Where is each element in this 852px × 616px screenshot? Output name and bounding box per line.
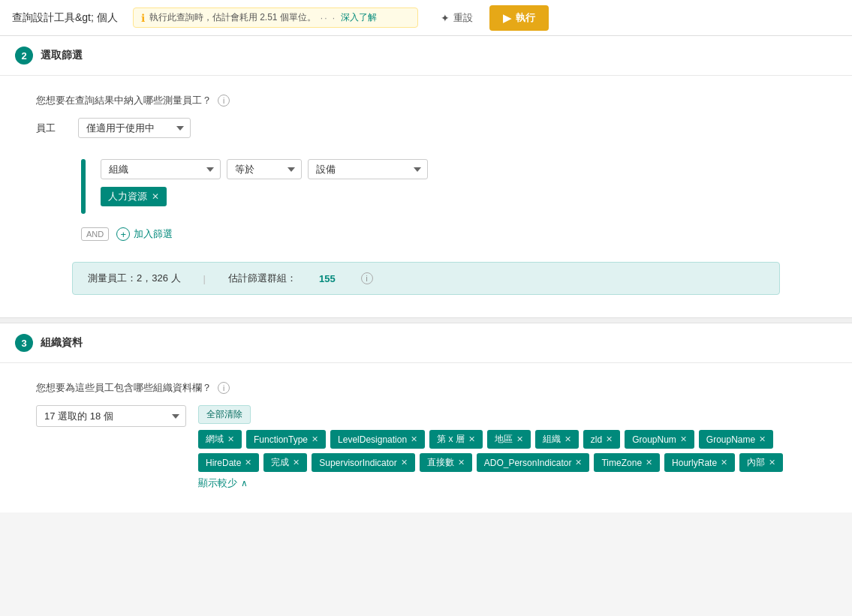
add-filter-button[interactable]: + 加入篩選 (116, 227, 173, 241)
and-add-row: AND + 加入篩選 (36, 227, 816, 241)
reset-icon: ✦ (441, 12, 450, 24)
tag-close-icon[interactable]: ✕ (680, 434, 687, 444)
tag-item: LevelDesignation✕ (330, 430, 425, 449)
section2-question-text: 您想要在查詢結果中納入哪些測量員工？ (36, 94, 212, 107)
notice-text: 執行此查詢時，估計會耗用 2.51 個單位。 (149, 11, 316, 24)
section2-header: 2 選取篩選 (0, 36, 852, 76)
tag-close-icon[interactable]: ✕ (564, 434, 571, 444)
employee-select[interactable]: 僅適用于使用中 全部員工 非使用中 (78, 118, 191, 138)
and-badge: AND (81, 227, 109, 241)
filter-field-select[interactable]: 組織 部門 職位 地區 (101, 159, 221, 179)
section2-title: 選取篩選 (41, 49, 83, 62)
add-filter-label: 加入篩選 (134, 227, 173, 241)
tags-panel: 全部清除 網域✕FunctionType✕LevelDesignation✕第 … (198, 405, 816, 490)
header-title: 查詢設計工具&gt; 個人 (12, 11, 118, 25)
tag-close-icon[interactable]: ✕ (458, 458, 465, 467)
tag-item: 直接數✕ (420, 453, 472, 472)
tag-item: 組織✕ (535, 430, 579, 449)
tag-close-icon[interactable]: ✕ (227, 434, 234, 444)
tag-item: FunctionType✕ (246, 430, 326, 449)
play-icon: ▶ (503, 12, 511, 24)
filter-value-select[interactable]: 設備 人力資源 財務 工程 (308, 159, 428, 179)
section2-number: 2 (15, 47, 33, 65)
measured-text: 測量員工：2，326 人 (88, 272, 181, 285)
tag-item: TimeZone✕ (594, 453, 660, 472)
estimated-label: 估計篩選群組： (228, 272, 297, 285)
employee-label: 員工 (36, 122, 66, 135)
filter-op-select[interactable]: 等於 不等於 包含 (227, 159, 302, 179)
section3-body: 您想要為這些員工包含哪些組織資料欄？ i 17 選取的 18 個 全部清除 網域… (0, 363, 852, 512)
tag-close-icon[interactable]: ✕ (468, 434, 475, 444)
section3-number: 3 (15, 334, 33, 352)
notice-info-icon: ℹ (141, 12, 145, 24)
org-row: 17 選取的 18 個 全部清除 網域✕FunctionType✕LevelDe… (36, 405, 816, 490)
tag-close-icon[interactable]: ✕ (759, 434, 766, 444)
tag-item: SupervisorIndicator✕ (312, 453, 414, 472)
tag-close-icon[interactable]: ✕ (646, 458, 652, 467)
filter-tag-row: 人力資源 ✕ (101, 187, 816, 206)
plus-circle-icon: + (116, 227, 130, 241)
show-less-label: 顯示較少 (198, 476, 237, 490)
section2-info-icon[interactable]: i (218, 95, 230, 107)
section2-body: 您想要在查詢結果中納入哪些測量員工？ i 員工 僅適用于使用中 全部員工 非使用… (0, 76, 852, 317)
employee-row: 員工 僅適用于使用中 全部員工 非使用中 (36, 118, 816, 138)
tag-close-icon[interactable]: ✕ (401, 458, 408, 467)
reset-button[interactable]: ✦ 重設 (433, 7, 480, 29)
reset-label: 重設 (453, 11, 473, 25)
tag-item: ADO_PersonIndicator✕ (477, 453, 590, 472)
summary-bar: 測量員工：2，326 人 | 估計篩選群組： 155 i (72, 262, 780, 295)
clear-all-wrap: 全部清除 (198, 405, 816, 430)
show-less-row[interactable]: 顯示較少 ∧ (198, 476, 816, 490)
chevron-up-icon: ∧ (241, 478, 248, 488)
tags-row-1: 網域✕FunctionType✕LevelDesignation✕第 x 層✕地… (198, 430, 816, 472)
tag-item: HourlyRate✕ (664, 453, 735, 472)
section2-question: 您想要在查詢結果中納入哪些測量員工？ i (36, 94, 816, 107)
notice-dots: ·· · (321, 13, 336, 23)
tag-item: 完成✕ (263, 453, 307, 472)
tag-close-icon[interactable]: ✕ (721, 458, 727, 467)
clear-all-label: 全部清除 (206, 408, 242, 421)
section3-title: 組織資料 (41, 336, 83, 350)
execute-button[interactable]: ▶ 執行 (489, 5, 549, 31)
tag-item: 內部✕ (739, 453, 783, 472)
tag-item: 第 x 層✕ (429, 430, 483, 449)
section3-info-icon[interactable]: i (218, 382, 230, 394)
header-notice: ℹ 執行此查詢時，估計會耗用 2.51 個單位。 ·· · 深入了解 (133, 8, 418, 28)
tag-close-icon[interactable]: ✕ (245, 458, 251, 467)
tag-item: 網域✕ (198, 430, 242, 449)
filter-section: 組織 部門 職位 地區 等於 不等於 包含 設備 人力資源 財務 工程 (36, 159, 816, 214)
tag-close-icon[interactable]: ✕ (293, 458, 300, 467)
section3-question: 您想要為這些員工包含哪些組織資料欄？ i (36, 381, 816, 395)
tag-item: HireDate✕ (198, 453, 259, 472)
tag-item: GroupNum✕ (625, 430, 694, 449)
tag-close-icon[interactable]: ✕ (769, 458, 775, 467)
filter-dropdowns-row: 組織 部門 職位 地區 等於 不等於 包含 設備 人力資源 財務 工程 (101, 159, 816, 179)
filter-tag-hr: 人力資源 ✕ (101, 187, 167, 206)
filter-tag-label: 人力資源 (108, 190, 147, 203)
org-select[interactable]: 17 選取的 18 個 (36, 405, 186, 427)
section3-question-text: 您想要為這些員工包含哪些組織資料欄？ (36, 381, 212, 395)
deep-learn-link[interactable]: 深入了解 (341, 11, 377, 24)
section-divider (0, 317, 852, 323)
tag-item: GroupName✕ (699, 430, 773, 449)
tag-close-icon[interactable]: ✕ (312, 434, 318, 444)
tag-item: 地區✕ (487, 430, 531, 449)
filter-tag-close[interactable]: ✕ (152, 191, 159, 202)
clear-all-button[interactable]: 全部清除 (198, 405, 251, 424)
header: 查詢設計工具&gt; 個人 ℹ 執行此查詢時，估計會耗用 2.51 個單位。 ·… (0, 0, 852, 36)
tag-item: zld✕ (583, 430, 620, 449)
tag-close-icon[interactable]: ✕ (411, 434, 417, 444)
estimated-count: 155 (319, 273, 336, 284)
tag-close-icon[interactable]: ✕ (606, 434, 613, 444)
section3-header: 3 組織資料 (0, 323, 852, 363)
execute-label: 執行 (516, 11, 535, 25)
org-select-wrap: 17 選取的 18 個 (36, 405, 186, 427)
filter-content: 組織 部門 職位 地區 等於 不等於 包含 設備 人力資源 財務 工程 (101, 159, 816, 214)
estimated-info-icon[interactable]: i (361, 272, 373, 284)
filter-left-bar (81, 159, 86, 214)
tag-close-icon[interactable]: ✕ (575, 458, 582, 467)
tag-close-icon[interactable]: ✕ (516, 434, 523, 444)
